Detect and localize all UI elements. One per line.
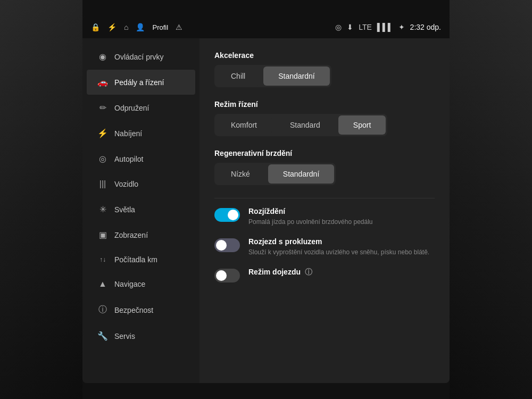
autopilot-icon: ◎ <box>97 154 108 164</box>
toggle-rezim-dojezdu-knob <box>216 270 227 281</box>
toggle-rezim-dojezdu-title: Režim dojezdu ⓘ <box>248 268 435 277</box>
sidebar-item-ovladaci-prvky[interactable]: ◉ Ovládací prvky <box>87 44 195 69</box>
warning-icon: ⚠ <box>176 23 182 31</box>
sidebar-label-odpruseni: Odpružení <box>114 104 149 112</box>
sidebar-label-bezpecnost: Bezpečnost <box>114 306 153 314</box>
display-icon: ▣ <box>97 230 108 240</box>
driving-mode-options: Komfort Standard Sport <box>214 114 387 136</box>
sidebar-item-autopilot[interactable]: ◎ Autopilot <box>87 146 195 171</box>
sidebar-item-bezpecnost[interactable]: ⓘ Bezpečnost <box>87 297 195 323</box>
pedals-icon: 🚗 <box>97 77 108 87</box>
standardni-acceleration-button[interactable]: Standardní <box>263 66 330 86</box>
sidebar-item-odpruseni[interactable]: ✏ Odpružení <box>87 95 195 120</box>
status-left: 🔒 ⚡ ⌂ 👤 Profil ⚠ <box>91 23 335 31</box>
regenerative-braking-options: Nízké Standardní <box>214 163 336 185</box>
security-icon: ⓘ <box>97 304 108 315</box>
toggle-rozjezd-prokluz-desc: Slouží k vyproštění vozidla uvízlého ve … <box>248 248 435 257</box>
home-icon: ⌂ <box>124 23 128 31</box>
suspension-icon: ✏ <box>97 103 108 113</box>
sidebar-label-autopilot: Autopilot <box>114 155 143 163</box>
chill-button[interactable]: Chill <box>216 66 260 86</box>
lights-icon: ✳ <box>97 204 108 214</box>
odometer-icon: ↑↓ <box>97 256 108 263</box>
settings-panel: Akcelerace Chill Standardní Režim řízení… <box>200 38 450 383</box>
sidebar-label-zobrazeni: Zobrazení <box>114 231 148 239</box>
toggle-rozjezd-prokluz-title: Rozjezd s prokluzem <box>248 237 435 246</box>
sidebar-item-servis[interactable]: 🔧 Servis <box>87 323 195 348</box>
navigate-icon: ▲ <box>97 279 108 289</box>
sidebar-item-navigace[interactable]: ▲ Navigace <box>87 272 195 296</box>
sidebar-label-nabijeni: Nabíjení <box>114 129 142 138</box>
main-content: ◉ Ovládací prvky 🚗 Pedály a řízení ✏ Odp… <box>82 38 450 383</box>
toggle-rozjezd-prokluz: Rozjezd s prokluzem Slouží k vyproštění … <box>214 237 435 257</box>
sidebar: ◉ Ovládací prvky 🚗 Pedály a řízení ✏ Odp… <box>82 38 200 383</box>
driving-mode-label: Režim řízení <box>214 100 435 109</box>
sidebar-item-svetla[interactable]: ✳ Světla <box>87 197 195 222</box>
toggle-rozjizdeni-info: Rozjíždění Pomalá jízda po uvolnění brzd… <box>248 207 435 227</box>
lock-icon: 🔒 <box>91 23 100 31</box>
komfort-button[interactable]: Komfort <box>216 115 272 135</box>
signal-bars-icon: ▌▌▌ <box>377 23 393 31</box>
sidebar-label-servis: Servis <box>114 332 135 340</box>
standardni-braking-button[interactable]: Standardní <box>268 164 335 184</box>
sidebar-label-ovladaci-prvky: Ovládací prvky <box>114 53 164 61</box>
toggle-rozjizdeni-knob <box>228 210 238 220</box>
sidebar-label-svetla: Světla <box>114 205 135 214</box>
toggle-rezim-dojezdu-info: Režim dojezdu ⓘ <box>248 268 435 279</box>
standard-button[interactable]: Standard <box>275 115 335 135</box>
toggle-rozjezd-prokluz-info: Rozjezd s prokluzem Slouží k vyproštění … <box>248 237 435 257</box>
driving-mode-section: Režim řízení Komfort Standard Sport <box>214 100 435 136</box>
status-right: ◎ ⬇ LTE ▌▌▌ ✦ 2:32 odp. <box>335 23 441 31</box>
sidebar-item-zobrazeni[interactable]: ▣ Zobrazení <box>87 222 195 247</box>
bolt-icon: ⚡ <box>107 23 117 31</box>
status-bar: 🔒 ⚡ ⌂ 👤 Profil ⚠ ◎ ⬇ LTE ▌▌▌ ✦ 2:32 odp. <box>82 16 450 38</box>
info-icon[interactable]: ⓘ <box>305 268 312 276</box>
sidebar-label-vozidlo: Vozidlo <box>114 180 138 188</box>
toggle-rozjizdeni-title: Rozjíždění <box>248 207 435 215</box>
sidebar-item-vozidlo[interactable]: ||| Vozidlo <box>87 172 195 196</box>
sidebar-item-pocitadla-km[interactable]: ↑↓ Počítadla km <box>87 248 195 271</box>
sidebar-item-pedaly-rizeni[interactable]: 🚗 Pedály a řízení <box>87 70 195 95</box>
profile-label: Profil <box>152 23 168 31</box>
vehicle-icon: ||| <box>97 179 108 189</box>
sport-button[interactable]: Sport <box>338 115 386 135</box>
divider <box>214 198 435 198</box>
toggle-rozjizdeni-switch[interactable] <box>214 208 240 222</box>
toggle-rozjezd-prokluz-knob <box>216 240 227 251</box>
sidebar-label-navigace: Navigace <box>114 280 145 288</box>
regenerative-braking-label: Regenerativní brzdění <box>214 149 435 157</box>
sidebar-label-pedaly-rizeni: Pedály a řízení <box>114 78 164 87</box>
sidebar-label-pocitadla-km: Počítadla km <box>114 255 157 264</box>
service-icon: 🔧 <box>97 331 108 341</box>
regenerative-braking-section: Regenerativní brzdění Nízké Standardní <box>214 149 435 185</box>
toggle-rezim-dojezdu-switch[interactable] <box>214 269 240 282</box>
lte-icon: LTE <box>359 23 372 31</box>
download-icon: ⬇ <box>347 23 353 31</box>
controls-icon: ◉ <box>97 52 108 62</box>
sidebar-item-nabijeni[interactable]: ⚡ Nabíjení <box>87 121 195 146</box>
charging-icon: ⚡ <box>97 128 108 138</box>
camera-icon: ◎ <box>335 23 342 31</box>
acceleration-label: Akcelerace <box>214 51 435 60</box>
toggle-rozjizdeni: Rozjíždění Pomalá jízda po uvolnění brzd… <box>214 207 435 227</box>
clock: 2:32 odp. <box>410 23 441 31</box>
toggle-rezim-dojezdu: Režim dojezdu ⓘ <box>214 268 435 282</box>
bluetooth-icon: ✦ <box>398 23 405 31</box>
toggle-rozjizdeni-desc: Pomalá jízda po uvolnění brzdového pedál… <box>248 218 435 227</box>
profile-icon: 👤 <box>136 23 145 31</box>
toggle-rozjezd-prokluz-switch[interactable] <box>214 238 240 252</box>
acceleration-section: Akcelerace Chill Standardní <box>214 51 435 87</box>
nizke-button[interactable]: Nízké <box>216 164 265 184</box>
acceleration-options: Chill Standardní <box>214 65 331 87</box>
